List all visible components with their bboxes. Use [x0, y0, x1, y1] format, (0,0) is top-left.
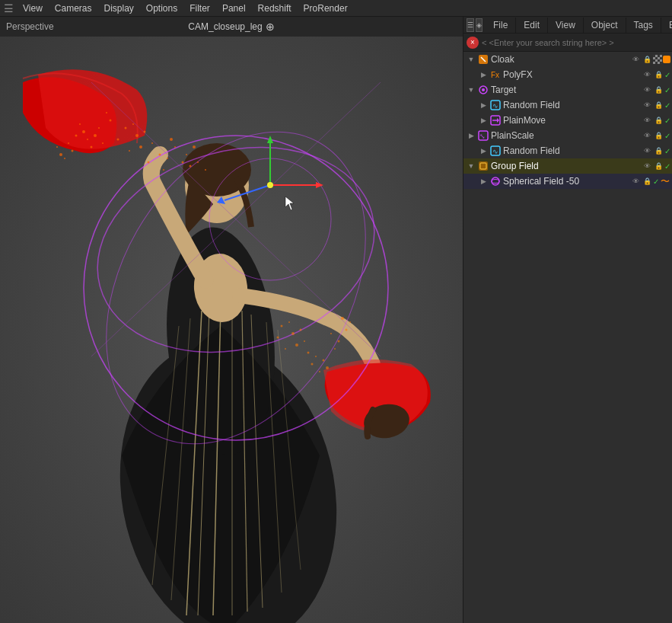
svg-point-37	[139, 145, 142, 149]
tree-item-sphericalfield[interactable]: ▶ Spherical Field -50 👁 🔒 ✓ 〜	[463, 174, 672, 189]
tab-edit[interactable]: Edit	[516, 18, 548, 33]
svg-point-75	[311, 363, 314, 366]
svg-point-55	[91, 146, 93, 149]
svg-point-77	[326, 366, 329, 369]
svg-point-33	[144, 131, 146, 133]
expand-rf2[interactable]: ▶	[479, 146, 488, 155]
expand-cloak[interactable]: ▼	[467, 55, 476, 64]
lock-icon-6[interactable]: 🔒	[653, 130, 664, 141]
menu-prorender[interactable]: ProRender	[298, 2, 354, 15]
svg-point-81	[330, 333, 332, 334]
menu-display[interactable]: Display	[97, 2, 139, 15]
tree-item-randomfield1[interactable]: ▶ ∿ Random Field 👁 🔒 ✓	[463, 97, 672, 113]
check-icon-6: ✓	[664, 132, 670, 140]
menu-panel[interactable]: Panel	[216, 2, 252, 15]
svg-point-82	[346, 329, 348, 331]
svg-point-43	[163, 169, 164, 171]
search-close-icon[interactable]: ×	[467, 37, 479, 49]
menu-view[interactable]: View	[17, 2, 49, 15]
plainscale-actions: 👁 🔒 ✓	[642, 130, 670, 141]
tab-bookmarks[interactable]: Bookmarks	[661, 18, 672, 33]
target-actions: 👁 🔒 ✓	[642, 85, 670, 95]
tab-tags[interactable]: Tags	[626, 18, 661, 33]
eye-icon-9[interactable]: 👁	[630, 176, 641, 187]
tree-item-polyfx[interactable]: ▶ Fx PolyFX 👁 🔒 ✓	[463, 67, 672, 82]
lock-icon-8[interactable]: 🔒	[653, 161, 664, 171]
expand-rf1[interactable]: ▶	[479, 101, 488, 110]
svg-point-72	[295, 343, 298, 347]
eye-icon-4[interactable]: 👁	[642, 100, 652, 110]
menu-cameras[interactable]: Cameras	[49, 2, 98, 15]
expand-spherical[interactable]: ▶	[479, 177, 488, 186]
svg-point-76	[319, 371, 320, 372]
svg-point-32	[135, 134, 139, 137]
panel-icon-1[interactable]: ◈	[476, 18, 483, 32]
expand-target[interactable]: ▼	[467, 85, 476, 94]
eye-icon-6[interactable]: 👁	[642, 130, 652, 141]
svg-point-52	[98, 127, 100, 129]
tree-item-target[interactable]: ▼ Target 👁 🔒 ✓	[463, 82, 672, 97]
check-icon-7: ✓	[664, 147, 670, 155]
svg-point-40	[148, 161, 150, 164]
tab-object[interactable]: Object	[584, 18, 626, 33]
expand-polyfx[interactable]: ▶	[479, 70, 488, 79]
plainscale-label: PlainScale	[491, 130, 642, 141]
tree-item-cloak[interactable]: ▼ Cloak 👁 🔒	[463, 52, 672, 67]
plainmove-icon	[489, 114, 502, 126]
menu-filter[interactable]: Filter	[183, 2, 216, 15]
svg-point-67	[291, 332, 295, 335]
expand-groupfield[interactable]: ▼	[467, 161, 476, 171]
viewport-header: Perspective CAM_closeup_leg ⊕	[0, 17, 463, 37]
lock-icon[interactable]: 🔒	[642, 54, 652, 65]
lock-icon-4[interactable]: 🔒	[653, 100, 664, 110]
svg-point-80	[338, 340, 340, 343]
lock-icon-7[interactable]: 🔒	[653, 145, 664, 156]
svg-point-36	[129, 150, 130, 152]
groupfield-icon	[477, 160, 489, 172]
scene-canvas	[0, 37, 463, 623]
expand-plainscale[interactable]: ▶	[467, 131, 476, 140]
tree-item-plainscale[interactable]: ▶ ⤡ PlainScale 👁 🔒 ✓	[463, 128, 672, 143]
svg-point-49	[205, 169, 206, 171]
randomfield1-label: Random Field	[503, 100, 642, 110]
tab-file[interactable]: File	[486, 18, 516, 33]
svg-point-50	[106, 112, 107, 113]
sphericalfield-label: Spherical Field -50	[503, 176, 630, 187]
cloak-icon	[477, 53, 489, 65]
tree-item-plainmove[interactable]: ▶ PlainMove 👁 🔒 ✓	[463, 113, 672, 128]
viewport[interactable]: Perspective CAM_closeup_leg ⊕	[0, 17, 463, 623]
eye-icon-3[interactable]: 👁	[642, 85, 652, 95]
menu-options[interactable]: Options	[140, 2, 183, 15]
lock-icon-2[interactable]: 🔒	[653, 69, 664, 80]
lock-icon-3[interactable]: 🔒	[653, 85, 664, 95]
svg-point-41	[174, 146, 176, 148]
menu-redshift[interactable]: Redshift	[252, 2, 298, 15]
eye-icon-7[interactable]: 👁	[642, 145, 652, 156]
check-icon-9: ✓	[653, 177, 659, 186]
eye-icon-8[interactable]: 👁	[642, 161, 652, 171]
eye-icon-5[interactable]: 👁	[642, 115, 652, 126]
polyfx-actions: 👁 🔒 ✓	[642, 69, 670, 80]
search-input[interactable]	[482, 38, 669, 47]
svg-point-59	[75, 135, 78, 137]
eye-icon[interactable]: 👁	[630, 54, 641, 65]
svg-point-29	[267, 182, 273, 188]
svg-point-84	[341, 317, 344, 320]
svg-point-38	[159, 154, 161, 156]
svg-point-34	[151, 142, 153, 144]
svg-point-69	[304, 340, 305, 342]
lock-icon-9[interactable]: 🔒	[642, 176, 652, 187]
panel-menu-icon[interactable]: ☰	[467, 18, 474, 32]
eye-icon-2[interactable]: 👁	[642, 69, 652, 80]
svg-point-61	[72, 150, 74, 152]
tree-item-randomfield2[interactable]: ▶ ∿ Random Field 👁 🔒 ✓	[463, 143, 672, 158]
lock-icon-5[interactable]: 🔒	[653, 115, 664, 126]
tab-view[interactable]: View	[548, 18, 584, 33]
check-icon-2: ✓	[664, 71, 670, 79]
expand-plainmove[interactable]: ▶	[479, 116, 488, 125]
wave-icon[interactable]: 〜	[660, 176, 670, 187]
svg-text:∿: ∿	[492, 102, 498, 110]
tree-item-groupfield[interactable]: ▼ Group Field 👁 🔒 ✓	[463, 158, 672, 174]
svg-point-83	[349, 321, 351, 323]
svg-text:Fx: Fx	[491, 71, 499, 79]
